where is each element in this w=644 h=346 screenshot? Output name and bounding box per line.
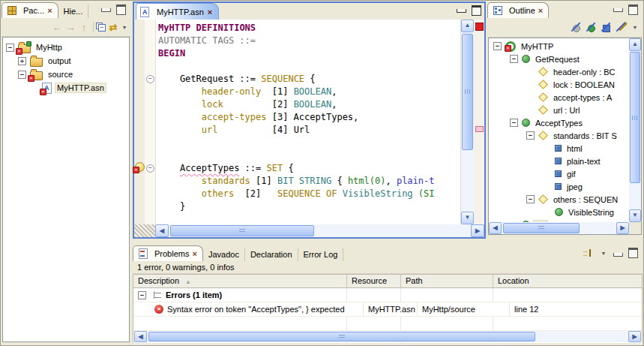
fold-collapse-icon[interactable]: − — [146, 75, 154, 83]
scroll-left-arrow[interactable]: ◀ — [489, 222, 502, 234]
scroll-right-arrow[interactable]: ▶ — [628, 331, 641, 342]
scroll-track[interactable] — [502, 222, 616, 234]
editor-vertical-scrollbar[interactable]: ▲ ▼ — [460, 20, 474, 224]
scroll-thumb[interactable] — [630, 52, 640, 183]
column-path[interactable]: Path — [401, 275, 493, 287]
expander[interactable]: − — [493, 42, 502, 50]
expander[interactable]: − — [526, 195, 535, 203]
tab-package-explorer[interactable]: Pac... — [1, 2, 58, 18]
tree-item-output[interactable]: +output — [3, 54, 129, 68]
tree-item-gif[interactable]: gif — [489, 167, 629, 180]
tree-item-myhttp[interactable]: −×MyHttp — [3, 41, 129, 54]
error-row[interactable]: Syntax error on token "AcceptTypes", } e… — [133, 302, 642, 317]
expander[interactable]: + — [18, 57, 26, 65]
close-icon[interactable] — [538, 7, 543, 14]
scroll-thumb[interactable] — [462, 34, 473, 150]
outline-vertical-scrollbar[interactable]: ▲ ▼ — [629, 38, 641, 222]
tab-javadoc[interactable]: Javadoc — [203, 248, 245, 261]
tab-outline[interactable]: Outline — [487, 2, 549, 18]
tree-item-others-sequen[interactable]: −others : SEQUEN — [489, 193, 629, 206]
collapse-all-icon[interactable] — [96, 23, 106, 32]
close-icon[interactable] — [192, 250, 196, 257]
view-menu-icon[interactable] — [631, 25, 640, 30]
errors-group-row[interactable]: − Errors (1 item) — [133, 288, 642, 302]
view-menu-icon[interactable] — [120, 25, 129, 30]
tree-item-accepttypes[interactable]: −AcceptTypes — [489, 116, 629, 129]
overview-ruler[interactable] — [474, 20, 484, 224]
expander[interactable]: − — [138, 291, 146, 299]
column-location[interactable]: Location — [493, 275, 642, 287]
code-lines[interactable]: MyHTTP DEFINITIONSAUTOMATIC TAGS ::=BEGI… — [156, 20, 460, 224]
maximize-button[interactable] — [472, 5, 481, 16]
overview-error-indicator[interactable] — [475, 23, 484, 31]
scroll-left-arrow[interactable]: ◀ — [134, 331, 147, 342]
forward-icon[interactable] — [64, 22, 77, 33]
tree-item-source[interactable]: −×source — [3, 68, 129, 81]
close-icon[interactable] — [208, 8, 212, 16]
column-resource[interactable]: Resource — [347, 275, 401, 287]
up-icon[interactable] — [77, 22, 91, 33]
tree-item-standards-bit-s[interactable]: −standards : BIT S — [489, 129, 629, 142]
expander[interactable]: − — [526, 131, 535, 140]
tab-declaration[interactable]: Declaration — [245, 248, 298, 261]
expander[interactable]: − — [510, 55, 518, 63]
error-quickfix-marker[interactable]: × — [135, 162, 145, 172]
hide-types-icon[interactable] — [586, 23, 596, 32]
tree-item-visiblestring[interactable]: VisibleString — [489, 206, 629, 218]
scroll-thumb[interactable] — [148, 332, 535, 341]
scroll-left-arrow[interactable]: ◀ — [155, 224, 169, 237]
scroll-track[interactable] — [147, 331, 628, 342]
maximize-button[interactable] — [628, 248, 638, 258]
fold-collapse-icon[interactable]: − — [146, 164, 154, 173]
editor-horizontal-scrollbar[interactable]: ◀ ▶ — [134, 224, 484, 237]
tree-item-html[interactable]: html — [489, 142, 629, 155]
tab-myhttp-asn[interactable]: MyHTTP.asn — [136, 3, 219, 20]
close-icon[interactable] — [47, 7, 52, 14]
tab-hierarchy[interactable]: Hie... — [58, 5, 89, 18]
column-description[interactable]: Description — [133, 275, 347, 287]
folding-ruler[interactable]: −− — [145, 20, 156, 224]
problems-horizontal-scrollbar[interactable]: ◀ ▶ — [134, 331, 641, 342]
back-icon[interactable] — [50, 22, 64, 33]
maximize-button[interactable] — [628, 5, 638, 15]
hide-assignments-icon[interactable] — [616, 23, 626, 32]
filters-icon[interactable]: →→ — [582, 249, 591, 257]
scroll-track[interactable] — [629, 51, 641, 209]
scroll-thumb[interactable] — [170, 225, 314, 236]
link-with-editor-icon[interactable] — [106, 22, 120, 33]
scroll-track[interactable] — [169, 224, 471, 237]
tree-item-url-url[interactable]: url : Url — [489, 104, 629, 116]
scroll-right-arrow[interactable]: ▶ — [616, 222, 629, 234]
scroll-track[interactable] — [461, 32, 474, 212]
tree-item-getrequest[interactable]: −GetRequest — [489, 53, 629, 65]
hide-fields-icon[interactable] — [571, 23, 581, 32]
minimize-button[interactable] — [613, 253, 623, 257]
scroll-up-arrow[interactable]: ▲ — [629, 38, 641, 51]
overview-error-marker[interactable] — [475, 126, 484, 132]
maximize-button[interactable] — [116, 5, 126, 15]
outline-horizontal-scrollbar[interactable]: ◀ ▶ — [489, 222, 629, 234]
scroll-down-arrow[interactable]: ▼ — [629, 209, 641, 222]
hide-values-icon[interactable] — [601, 23, 611, 32]
expander[interactable]: − — [510, 119, 518, 127]
tree-item-header-only-bc[interactable]: header-only : BC — [489, 65, 629, 78]
tab-problems[interactable]: Problems — [133, 245, 203, 261]
scroll-right-arrow[interactable]: ▶ — [471, 224, 484, 237]
expander[interactable]: − — [18, 71, 26, 79]
scroll-down-arrow[interactable]: ▼ — [461, 212, 474, 224]
tree-item-plain-text[interactable]: plain-text — [489, 155, 629, 167]
view-menu-icon[interactable] — [599, 251, 608, 256]
minimize-button[interactable] — [457, 9, 466, 13]
minimize-button[interactable] — [613, 8, 623, 12]
scroll-up-arrow[interactable]: ▲ — [461, 20, 474, 32]
tree-item-accept-types-a[interactable]: accept-types : A — [489, 91, 629, 104]
minimize-button[interactable] — [101, 8, 111, 12]
tree-item-myhttp[interactable]: −×MyHTTP — [489, 40, 629, 53]
scroll-thumb[interactable] — [503, 223, 580, 233]
tab-error-log[interactable]: Error Log — [298, 248, 344, 261]
annotation-ruler[interactable]: × — [134, 20, 145, 224]
tree-item-myhttp-asn[interactable]: ×MyHTTP.asn — [3, 81, 129, 95]
expander[interactable]: − — [6, 44, 14, 52]
tree-item-lock-boolean[interactable]: lock : BOOLEAN — [489, 78, 629, 91]
tree-item-jpeg[interactable]: jpeg — [489, 180, 629, 193]
